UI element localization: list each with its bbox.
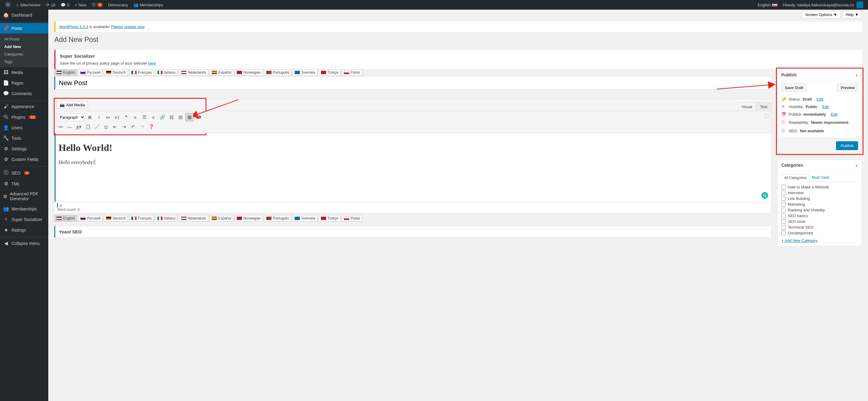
category-checkbox[interactable] xyxy=(781,208,786,212)
panel-toggle-icon[interactable]: ▲ xyxy=(855,164,858,167)
sub-tags[interactable]: Tags xyxy=(0,58,48,65)
sidebar-appearance[interactable]: 🖌Appearance xyxy=(0,102,48,112)
category-checkbox[interactable] xyxy=(781,231,786,235)
update-now-link[interactable]: Please update now xyxy=(111,25,144,29)
new-content-link[interactable]: +New xyxy=(72,0,89,10)
lang-tab-pl[interactable]: Polski xyxy=(342,215,362,222)
sub-all-posts[interactable]: All Posts xyxy=(0,35,48,43)
category-checkbox[interactable] xyxy=(781,225,786,229)
sidebar-tools[interactable]: 🔧Tools xyxy=(0,133,48,143)
sidebar-settings[interactable]: ⚙Settings xyxy=(0,143,48,154)
sidebar-tml[interactable]: ⚙TML xyxy=(0,178,48,189)
sidebar-plugins[interactable]: 🔌Plugins13 xyxy=(0,112,48,122)
lang-tab-tr[interactable]: Türkçe xyxy=(319,215,341,222)
howdy-user[interactable]: Howdy, nataliya.fialkovskaya@boosta.co xyxy=(780,0,866,10)
category-item[interactable]: SEO tools xyxy=(781,219,858,224)
bullet-list-button[interactable]: ≡• xyxy=(104,113,112,121)
lang-tab-en[interactable]: English xyxy=(54,215,77,222)
italic-button[interactable]: I xyxy=(95,113,103,121)
sidebar-media[interactable]: 🖼Media xyxy=(0,67,48,78)
visual-tab[interactable]: Visual xyxy=(738,103,756,111)
lang-tab-de[interactable]: Deutsch xyxy=(104,69,128,76)
announce-button[interactable]: 📣 xyxy=(194,113,203,121)
lang-tab-ru[interactable]: Русский xyxy=(78,215,103,222)
lang-tab-no[interactable]: Norwegian xyxy=(235,69,262,76)
help-icon-button[interactable]: ❓ xyxy=(147,123,155,131)
lang-tab-es[interactable]: Español xyxy=(210,69,233,76)
toolbar-toggle-button[interactable]: ▦ xyxy=(185,113,194,121)
collapse-menu[interactable]: ◀Collapse menu xyxy=(0,238,48,249)
help-button[interactable]: Help ▼ xyxy=(842,11,862,19)
align-right-button[interactable]: ≡ xyxy=(149,113,158,121)
lang-tab-sv[interactable]: Svenska xyxy=(292,69,317,76)
sidebar-seo[interactable]: ⓎSEO4 xyxy=(0,167,48,178)
category-item[interactable]: Uncategorized xyxy=(781,230,858,236)
updates-link[interactable]: ⟳18 xyxy=(44,0,58,10)
sidebar-comments[interactable]: 💬Comments xyxy=(0,88,48,99)
lang-tab-en[interactable]: English xyxy=(54,69,77,76)
lang-tab-nl[interactable]: Nederlands xyxy=(179,69,208,76)
add-media-button[interactable]: 📷Add Media xyxy=(56,101,88,109)
category-item[interactable]: Interview xyxy=(781,190,858,196)
grammarly-icon[interactable]: G xyxy=(762,192,768,199)
yoast-bar-link[interactable]: Ⓨ4 xyxy=(89,0,105,10)
category-checkbox[interactable] xyxy=(781,213,786,218)
wp-logo[interactable]: ⓦ xyxy=(2,0,13,10)
socializer-here-link[interactable]: here xyxy=(148,61,156,65)
publish-button[interactable]: Publish xyxy=(836,141,858,150)
category-item[interactable]: SEO basics xyxy=(781,213,858,219)
sub-categories[interactable]: Categories xyxy=(0,51,48,58)
sidebar-supersoc[interactable]: ⚘Super Socializer xyxy=(0,214,48,225)
sidebar-dashboard[interactable]: 🏠Dashboard xyxy=(0,10,48,20)
sidebar-posts[interactable]: 📌Posts xyxy=(0,23,48,33)
comments-link[interactable]: 💬0 xyxy=(58,0,71,10)
special-char-button[interactable]: Ω xyxy=(102,123,110,131)
category-checkbox[interactable] xyxy=(781,191,786,195)
lang-tab-nl[interactable]: Nederlands xyxy=(179,215,208,222)
sidebar-users[interactable]: 👤Users xyxy=(0,122,48,133)
sidebar-pages[interactable]: 📄Pages xyxy=(0,78,48,88)
visibility-edit-link[interactable]: Edit xyxy=(822,105,829,109)
democracy-link[interactable]: Democracy xyxy=(105,0,130,10)
bold-button[interactable]: B xyxy=(86,113,94,121)
language-switch[interactable]: English xyxy=(755,0,780,10)
category-item[interactable]: Link Building xyxy=(781,196,858,201)
save-draft-button[interactable]: Save Draft xyxy=(781,84,806,92)
paste-text-button[interactable]: 📋 xyxy=(84,123,92,131)
lang-tab-pt[interactable]: Português xyxy=(264,215,291,222)
unlink-button[interactable]: ⛓ xyxy=(167,113,176,121)
panel-toggle-icon[interactable]: ▲ xyxy=(855,74,858,77)
schedule-edit-link[interactable]: Edit xyxy=(831,112,837,117)
category-checkbox[interactable] xyxy=(781,219,786,224)
link-button[interactable]: 🔗 xyxy=(158,113,166,121)
screen-options-button[interactable]: Screen Options ▼ xyxy=(802,11,840,19)
lang-tab-it[interactable]: Italiano xyxy=(155,69,178,76)
post-title-input[interactable] xyxy=(54,77,771,90)
hr-button[interactable]: — xyxy=(65,123,74,131)
distraction-free-icon[interactable]: ⛶ xyxy=(765,114,769,118)
category-item[interactable]: Ranking and Visibility xyxy=(781,207,858,213)
align-left-button[interactable]: ≡ xyxy=(131,113,140,121)
align-center-button[interactable]: ☰ xyxy=(140,113,149,121)
undo-button[interactable]: ↶ xyxy=(129,123,137,131)
wp-version-link[interactable]: WordPress 5.0.3 xyxy=(59,25,88,29)
category-item[interactable]: Technical SEO xyxy=(781,224,858,230)
preview-button[interactable]: Preview xyxy=(838,84,858,92)
lang-tab-ru[interactable]: Русский xyxy=(78,69,103,76)
status-edit-link[interactable]: Edit xyxy=(816,97,823,102)
memberships-link[interactable]: 👥Memberships xyxy=(131,0,166,10)
number-list-button[interactable]: ≡1 xyxy=(113,113,121,121)
read-more-button[interactable]: ▤ xyxy=(176,113,185,121)
sidebar-apdf[interactable]: ⚙Advanced PDF Generator xyxy=(0,189,48,203)
sidebar-custom-fields[interactable]: ⚙Custom Fields xyxy=(0,154,48,165)
category-item[interactable]: Marketing xyxy=(781,201,858,207)
blockquote-button[interactable]: ❝ xyxy=(122,113,130,121)
lang-tab-tr[interactable]: Türkçe xyxy=(319,69,341,76)
clear-formatting-button[interactable]: 🧹 xyxy=(93,123,101,131)
lang-tab-pt[interactable]: Português xyxy=(264,69,291,76)
site-name-link[interactable]: ⌂Sitechecker xyxy=(14,0,43,10)
sub-add-new[interactable]: Add New xyxy=(0,43,48,51)
indent-button[interactable]: ⇥ xyxy=(120,123,128,131)
yoast-seo-panel[interactable]: Yoast SEO xyxy=(54,226,771,238)
lang-tab-es[interactable]: Español xyxy=(210,215,233,222)
